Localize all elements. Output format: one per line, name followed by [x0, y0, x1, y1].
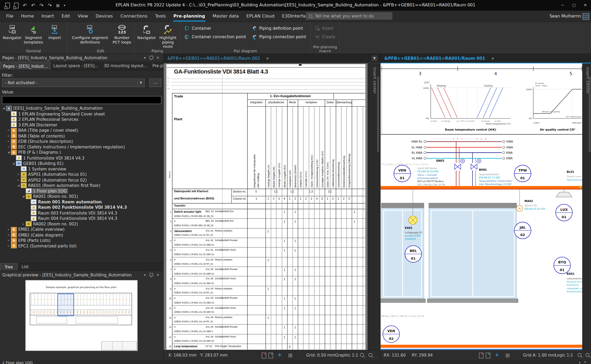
- grid-icon[interactable]: [505, 353, 510, 358]
- tree-item[interactable]: ◢↔GEB01 (Building 01): [0, 161, 163, 166]
- tree-item[interactable]: ▦Raum 003 Funktionsliste VDI 3814 V4.3: [0, 210, 163, 216]
- cancel-action-icon[interactable]: ⊠: [56, 3, 59, 8]
- tree-item[interactable]: ▸&EMB2 (Cable diagram): [0, 232, 163, 238]
- piping-definition-point-button[interactable]: Piping definition point: [252, 25, 306, 31]
- menu-item-file[interactable]: File: [2, 11, 17, 22]
- qat-customize-caret-icon[interactable]: ▾: [64, 3, 65, 8]
- grid-icon[interactable]: [288, 353, 292, 358]
- tree-item[interactable]: ▸&BAA (Title page / cover sheet): [0, 127, 163, 133]
- menu-item-pre-planning[interactable]: Pre-planning: [169, 11, 209, 22]
- user-name[interactable]: Sean Mulherrin: [550, 14, 581, 19]
- tree-expander-icon[interactable]: ▸: [6, 245, 11, 247]
- window-list-caret-icon[interactable]: ▼: [371, 55, 377, 61]
- tree-expander-icon[interactable]: ◢: [21, 195, 25, 198]
- goto-source-icon[interactable]: [479, 353, 483, 358]
- minimize-button[interactable]: ─: [557, 0, 568, 11]
- move-icon[interactable]: +: [278, 352, 282, 358]
- segment-templates-button[interactable]: Segment templates: [23, 23, 44, 45]
- app-launcher-icon[interactable]: [583, 13, 589, 20]
- tree-item[interactable]: ◔Raum 001 Room automation: [0, 199, 163, 205]
- menu-item-connections[interactable]: Connections: [117, 11, 151, 22]
- goto-target-icon[interactable]: [486, 353, 490, 358]
- funktionsliste-canvas[interactable]: GA-Funktionsliste VDI 3814 Blatt 4.3L2L3…: [164, 63, 368, 350]
- redo-list-icon[interactable]: ↷: [48, 3, 52, 8]
- preview-menu-caret-icon[interactable]: ▾: [142, 273, 148, 277]
- tree-item[interactable]: ◢⊞[EES]_Industry_Sample_Building_Automat…: [0, 106, 163, 111]
- tab-raum-002[interactable]: &PFB++GEB01==RAE01=RA001/Raum 002 ✕: [164, 56, 273, 61]
- pid-drawing-canvas[interactable]: 345HeatingCoolingy[%]100%0%set Nightset …: [381, 63, 583, 350]
- tab-close-icon[interactable]: ✕: [491, 56, 494, 60]
- tree-expander-icon[interactable]: ◢: [11, 162, 16, 165]
- menu-item-devices[interactable]: Devices: [92, 11, 117, 22]
- preview-pin-icon[interactable]: [148, 273, 155, 277]
- menu-item-tools[interactable]: Tools: [151, 11, 169, 22]
- tree-item[interactable]: ▸&BAB (Table of contents): [0, 133, 163, 139]
- insert-center-scrollbar[interactable]: [377, 76, 379, 152]
- tree-item[interactable]: ▸&EPB (Parts Lists): [0, 238, 163, 243]
- tab-pages[interactable]: Pages - [EES]_Indust...: [0, 62, 51, 70]
- tree-expander-icon[interactable]: ◢: [6, 151, 11, 154]
- create-macro-button[interactable]: Create: [315, 34, 335, 40]
- tab-list[interactable]: List: [18, 263, 33, 271]
- tree-expander-icon[interactable]: ▸: [6, 239, 11, 242]
- tree-item[interactable]: ▸=ASP01 (Automation focus 01): [0, 172, 163, 177]
- filter-select[interactable]: - Not activated - ▼: [2, 79, 145, 87]
- chevron-up-icon[interactable]: ▴: [579, 360, 580, 364]
- value-input[interactable]: [2, 96, 161, 104]
- insert-macro-button[interactable]: Insert: [315, 25, 335, 31]
- tab-pre-planning[interactable]: Pre-planning - [EES...: [150, 62, 163, 70]
- tree-item[interactable]: ▸≡RA002 (Room no. 002): [0, 221, 163, 227]
- tab-layout-space[interactable]: Layout space - [EES]...: [51, 62, 101, 70]
- tree-expander-icon[interactable]: ▸: [6, 145, 11, 148]
- zoom-in-icon[interactable]: [360, 353, 364, 357]
- tab-close-icon[interactable]: ✕: [266, 56, 269, 60]
- goto-source-icon[interactable]: [262, 353, 266, 358]
- tree-expander-icon[interactable]: ▸: [16, 173, 20, 176]
- panel-close-icon[interactable]: ✕: [155, 56, 161, 59]
- tree-expander-icon[interactable]: ▸: [6, 140, 11, 143]
- graphical-preview[interactable]: Sample example: graphical pre-planning o…: [0, 279, 163, 360]
- tree-item[interactable]: ▸&EPC1 (Summarized parts list): [0, 243, 163, 249]
- maximize-button[interactable]: ▢: [568, 0, 580, 11]
- tree-expander-icon[interactable]: ▸: [6, 129, 11, 132]
- tree-expander-icon[interactable]: ◢: [2, 107, 6, 110]
- container-button[interactable]: Container: [185, 25, 246, 31]
- tab-3d-mounting-layout[interactable]: 3D mounting layout...: [101, 62, 150, 70]
- tree-item[interactable]: ▸&EMB1 (Cable overview): [0, 227, 163, 232]
- number-pct-loops-button[interactable]: 123 Number PCT loops: [111, 23, 133, 45]
- piping-connection-point-button[interactable]: Piping connection point: [252, 34, 306, 40]
- zoom-window-icon[interactable]: [368, 353, 372, 357]
- tree-item[interactable]: ◢=RAE01 (Room automation first floor): [0, 183, 163, 188]
- new-page-icon[interactable]: [5, 2, 10, 8]
- tree-expander-icon[interactable]: ▸: [6, 228, 11, 231]
- menu-item-edit[interactable]: Edit: [58, 11, 74, 22]
- tree-expander-icon[interactable]: ▸: [16, 178, 20, 181]
- tree-item[interactable]: ◢&PFB (P & I Diagrams ): [0, 149, 163, 155]
- menu-item-view[interactable]: View: [74, 11, 92, 22]
- panel-pin-icon[interactable]: [148, 55, 155, 60]
- import-button[interactable]: Import: [44, 23, 65, 40]
- piping-navigator-button[interactable]: Navigator: [136, 23, 157, 40]
- menu-item-eplan-cloud[interactable]: EPLAN Cloud: [243, 11, 278, 22]
- tree-item[interactable]: ▸&EDB (Structure description): [0, 139, 163, 144]
- preview-close-icon[interactable]: ✕: [155, 273, 161, 277]
- menu-item-insert[interactable]: Insert: [38, 11, 58, 22]
- tree-item[interactable]: ◪1 Floor plan 1OG: [0, 188, 163, 194]
- filter-caret-icon[interactable]: ▼: [137, 79, 144, 86]
- tree-expander-icon[interactable]: ▸: [21, 222, 25, 225]
- zoom-in-icon[interactable]: [578, 353, 581, 357]
- panel-menu-caret-icon[interactable]: ▾: [142, 56, 148, 59]
- search-input[interactable]: Tell me what you want to do: [306, 12, 392, 20]
- highlight-piping-route-button[interactable]: Highlight piping route: [157, 23, 178, 49]
- tree-expander-icon[interactable]: ◢: [16, 184, 20, 187]
- insert-center-tab[interactable]: Insert center: [582, 63, 591, 350]
- filter-more-button[interactable]: ...: [149, 79, 161, 87]
- container-connection-point-button[interactable]: Container connection point: [185, 34, 246, 40]
- tree-item[interactable]: ▤1 System overview: [0, 166, 163, 172]
- tree-item[interactable]: ▦Raum 004 Funktionsliste VDI 3814 V4.3: [0, 216, 163, 221]
- menu-item-master-data[interactable]: Master data: [209, 11, 243, 22]
- tree-item[interactable]: ▦1 EPLAN Engineering Standard Cover shee…: [0, 111, 163, 117]
- tab-raum-001[interactable]: &PFB++GEB01==RAE01=RA001/Raum 001 ✕: [381, 56, 498, 61]
- insert-center-tab[interactable]: Insert center: [368, 63, 380, 350]
- tree-item[interactable]: ▦3 EPLAN Disclaimer: [0, 122, 163, 128]
